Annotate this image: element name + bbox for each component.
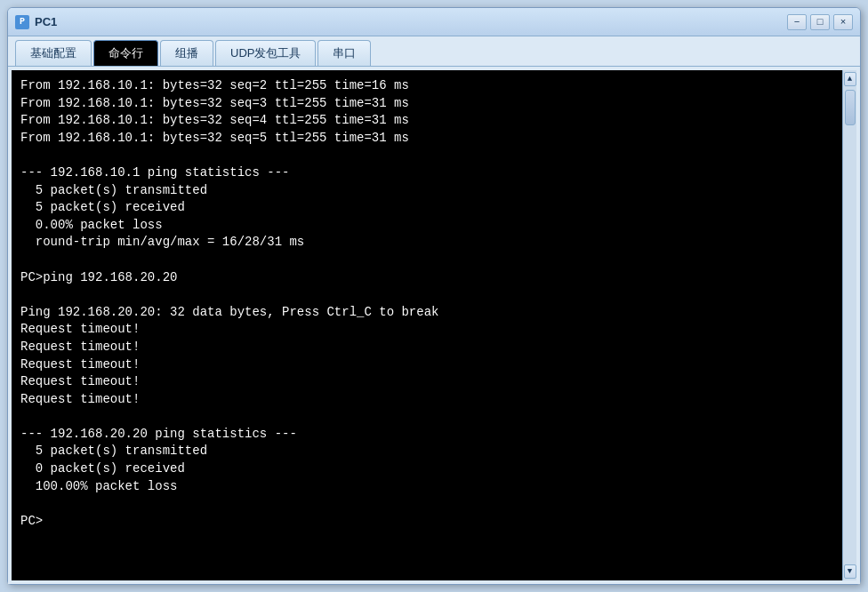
tab-command-line[interactable]: 命令行 — [93, 40, 158, 66]
maximize-button[interactable]: □ — [810, 14, 830, 30]
minimize-button[interactable]: − — [787, 14, 807, 30]
tab-basic-config[interactable]: 基础配置 — [15, 40, 92, 66]
tab-serial[interactable]: 串口 — [317, 40, 371, 66]
scrollbar-up-button[interactable]: ▲ — [844, 72, 856, 86]
window-icon: P — [15, 15, 29, 29]
title-bar: P PC1 − □ × — [8, 8, 860, 36]
terminal-output[interactable]: From 192.168.10.1: bytes=32 seq=2 ttl=25… — [12, 70, 842, 580]
window-title: PC1 — [35, 15, 57, 28]
tab-bar: 基础配置 命令行 组播 UDP发包工具 串口 — [8, 36, 860, 67]
close-button[interactable]: × — [833, 14, 853, 30]
scrollbar-thumb[interactable] — [845, 90, 856, 125]
main-window: P PC1 − □ × 基础配置 命令行 组播 UDP发包工具 串口 From … — [7, 7, 861, 585]
scrollbar-down-button[interactable]: ▼ — [844, 564, 856, 579]
scrollbar: ▲ ▼ — [842, 70, 856, 580]
tab-udp-tool[interactable]: UDP发包工具 — [215, 40, 316, 66]
title-bar-left: P PC1 — [15, 15, 57, 29]
terminal-wrapper: From 192.168.10.1: bytes=32 seq=2 ttl=25… — [8, 67, 860, 584]
window-controls: − □ × — [787, 14, 853, 30]
tab-multicast[interactable]: 组播 — [160, 40, 213, 66]
